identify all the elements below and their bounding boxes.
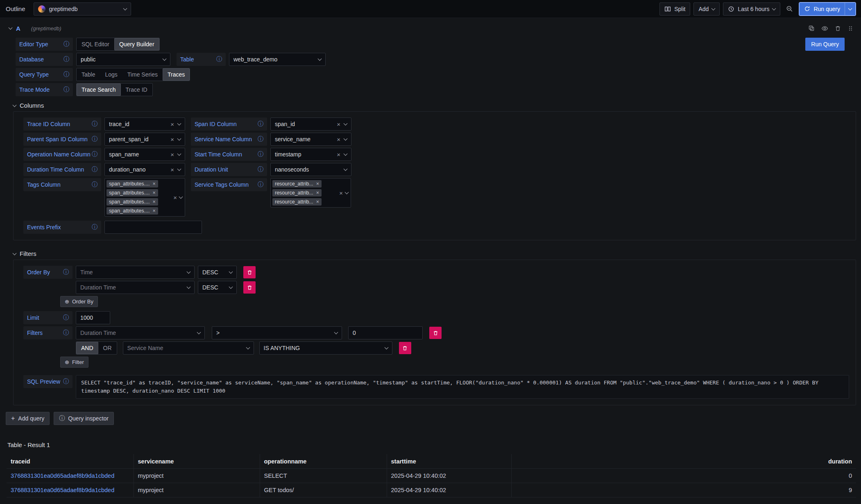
outline-toggle[interactable]: Outline [2, 5, 29, 12]
duration-time-column-select[interactable]: duration_nano × [104, 163, 185, 176]
query-type-logs-option[interactable]: Logs [100, 68, 122, 81]
info-icon[interactable]: ⓘ [92, 136, 97, 143]
remove-filter-button[interactable] [399, 342, 411, 354]
trace-id-option[interactable]: Trace ID [121, 84, 152, 96]
info-icon[interactable]: ⓘ [258, 166, 263, 173]
clear-icon[interactable]: × [173, 194, 177, 201]
info-icon[interactable]: ⓘ [63, 71, 69, 78]
filter-value-input[interactable]: 0 [348, 326, 423, 339]
service-name-column-select[interactable]: service_name × [270, 133, 351, 146]
limit-input[interactable]: 1000 [76, 311, 110, 324]
clear-icon[interactable]: × [337, 136, 340, 142]
remove-order-by-button[interactable] [243, 281, 256, 294]
info-icon[interactable]: ⓘ [258, 181, 263, 188]
and-option[interactable]: AND [76, 342, 98, 354]
trace-search-option[interactable]: Trace Search [77, 84, 121, 96]
remove-tag-icon[interactable]: × [316, 199, 319, 205]
trace-id-column-select[interactable]: trace_id × [104, 118, 185, 131]
order-by-field-select[interactable]: Duration Time [76, 281, 195, 294]
operation-name-column-select[interactable]: span_name × [104, 148, 185, 161]
info-icon[interactable]: ⓘ [63, 56, 69, 63]
hide-query-button[interactable] [821, 25, 828, 32]
duration-unit-select[interactable]: nanoseconds [270, 163, 351, 176]
start-time-column-select[interactable]: timestamp × [270, 148, 351, 161]
filter-operator-select[interactable]: IS ANYTHING [259, 341, 392, 355]
add-dropdown[interactable]: Add [693, 2, 720, 16]
trace-id-link[interactable]: 3768831301ea0d65adaef8b9da1cbded [11, 472, 114, 479]
span-id-column-select[interactable]: span_id × [270, 118, 351, 131]
filter-field-select[interactable]: Service Name [123, 341, 254, 355]
col-header-traceid[interactable]: traceid [7, 454, 134, 469]
query-type-table-option[interactable]: Table [77, 68, 100, 81]
remove-tag-icon[interactable]: × [152, 190, 155, 196]
info-icon[interactable]: ⓘ [216, 56, 222, 63]
col-header-starttime[interactable]: starttime [387, 454, 511, 469]
remove-tag-icon[interactable]: × [152, 199, 155, 205]
remove-tag-icon[interactable]: × [316, 190, 319, 196]
tags-column-multiselect[interactable]: span_attributes....× span_attributes....… [104, 178, 185, 217]
clear-icon[interactable]: × [170, 136, 174, 142]
col-header-operationname[interactable]: operationname [260, 454, 387, 469]
database-select[interactable]: public [76, 53, 170, 66]
info-icon[interactable]: ⓘ [63, 329, 69, 337]
clear-icon[interactable]: × [170, 167, 174, 173]
sql-editor-option[interactable]: SQL Editor [77, 38, 114, 50]
datasource-picker[interactable]: greptimedb [34, 2, 131, 16]
columns-section-toggle[interactable]: Columns [13, 102, 856, 109]
zoom-out-button[interactable] [784, 5, 795, 12]
tag-chip[interactable]: span_attributes....× [106, 189, 158, 197]
remove-filter-button[interactable] [429, 327, 442, 339]
info-icon[interactable]: ⓘ [63, 41, 69, 48]
query-inspector-button[interactable]: ⓘ Query inspector [54, 412, 114, 425]
filter-operator-select[interactable]: > [212, 326, 342, 339]
run-query-button[interactable]: Run query [800, 3, 845, 15]
clear-icon[interactable]: × [339, 190, 343, 196]
remove-query-button[interactable] [835, 25, 841, 32]
query-type-traces-option[interactable]: Traces [163, 68, 190, 81]
tag-chip[interactable]: span_attributes....× [106, 198, 158, 206]
query-type-timeseries-option[interactable]: Time Series [122, 68, 163, 81]
clear-icon[interactable]: × [337, 121, 340, 127]
info-icon[interactable]: ⓘ [63, 269, 69, 276]
info-icon[interactable]: ⓘ [92, 151, 97, 158]
tag-chip[interactable]: resource_attrib...× [272, 189, 322, 197]
info-icon[interactable]: ⓘ [92, 181, 97, 188]
remove-tag-icon[interactable]: × [152, 208, 155, 214]
info-icon[interactable]: ⓘ [92, 166, 97, 173]
remove-tag-icon[interactable]: × [316, 181, 319, 187]
duplicate-query-button[interactable] [808, 25, 815, 32]
time-range-picker[interactable]: Last 6 hours [723, 2, 780, 16]
info-icon[interactable]: ⓘ [92, 120, 97, 128]
clear-icon[interactable]: × [337, 151, 340, 158]
add-order-by-button[interactable]: ⊕ Order By [60, 296, 98, 307]
info-icon[interactable]: ⓘ [92, 224, 97, 231]
query-builder-option[interactable]: Query Builder [114, 38, 159, 50]
collapse-query-chevron-icon[interactable] [9, 26, 13, 30]
info-icon[interactable]: ⓘ [63, 314, 69, 321]
info-icon[interactable]: ⓘ [63, 86, 69, 93]
filter-field-select[interactable]: Duration Time [76, 326, 205, 339]
run-query-editor-button[interactable]: Run Query [805, 38, 845, 51]
trace-id-link[interactable]: 3768831301ea0d65adaef8b9da1cbded [11, 487, 114, 493]
or-option[interactable]: OR [98, 342, 117, 354]
col-header-servicename[interactable]: servicename [134, 454, 260, 469]
run-query-options-dropdown[interactable] [845, 3, 855, 15]
service-tags-column-multiselect[interactable]: resource_attrib...× resource_attrib...× … [270, 178, 351, 208]
order-by-direction-select[interactable]: DESC [198, 281, 237, 294]
tag-chip[interactable]: resource_attrib...× [272, 180, 322, 188]
info-icon[interactable]: ⓘ [258, 151, 263, 158]
info-icon[interactable]: ⓘ [258, 136, 263, 143]
info-icon[interactable]: ⓘ [258, 120, 263, 128]
tag-chip[interactable]: span_attributes....× [106, 180, 158, 188]
add-filter-button[interactable]: ⊕ Filter [60, 357, 88, 368]
clear-icon[interactable]: × [170, 121, 174, 127]
remove-tag-icon[interactable]: × [152, 181, 155, 187]
parent-span-id-column-select[interactable]: parent_span_id × [104, 133, 185, 146]
split-button[interactable]: Split [659, 2, 690, 16]
clear-icon[interactable]: × [170, 151, 174, 158]
tag-chip[interactable]: span_attributes....× [106, 207, 158, 215]
filters-section-toggle[interactable]: Filters [13, 250, 856, 257]
events-prefix-input[interactable] [104, 221, 202, 234]
order-by-field-select[interactable]: Time [76, 266, 195, 279]
drag-handle-icon[interactable] [847, 25, 854, 32]
